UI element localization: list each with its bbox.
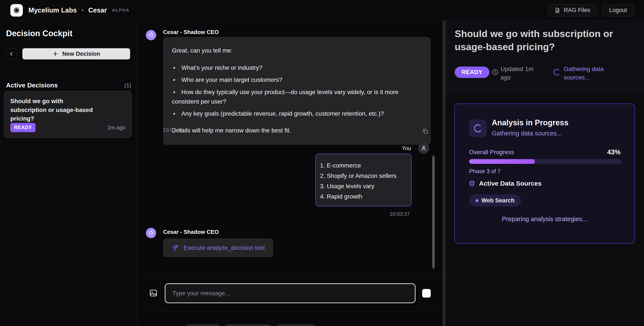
user-avatar bbox=[418, 142, 429, 154]
user-message-timestamp: 10:03:37 bbox=[390, 211, 410, 217]
data-sources-bar: Data Sources: Web Database bbox=[137, 312, 442, 326]
progress-bar-fill bbox=[469, 159, 535, 164]
bot-bullet-item: •What’s your niche or industry? bbox=[172, 63, 422, 72]
sparkles-icon bbox=[172, 244, 179, 252]
source-active-dot bbox=[476, 199, 478, 202]
overall-progress-label: Overall Progress bbox=[469, 149, 514, 156]
logout-label: Logout bbox=[609, 7, 627, 14]
decision-item-title: Should we go with subscription or usage-… bbox=[10, 97, 101, 123]
analysis-card-subtitle: Gathering data sources... bbox=[492, 130, 562, 137]
user-list-item: Rapid growth bbox=[320, 192, 409, 202]
analysis-spinner-tile bbox=[469, 120, 487, 137]
active-data-sources-title: Active Data Sources bbox=[479, 180, 542, 187]
progress-bar-track bbox=[469, 159, 622, 164]
rag-files-label: RAG Files bbox=[564, 7, 590, 14]
clock-icon bbox=[492, 68, 499, 76]
active-decisions-count: (1) bbox=[124, 82, 131, 89]
user-message-bubble: E-commerce Shopify or Amazon sellers Usa… bbox=[315, 154, 412, 206]
data-source-profile-button[interactable]: Profile bbox=[276, 324, 315, 326]
status-badge: READY bbox=[10, 123, 36, 132]
tool-chip-label: Execute analyze_decision tool bbox=[184, 244, 265, 251]
user-list-item: Shopify or Amazon sellers bbox=[320, 171, 409, 181]
tool-execution-chip[interactable]: Execute analyze_decision tool bbox=[163, 238, 273, 257]
bot-bullet-text: How do they typically use your product—d… bbox=[172, 89, 398, 105]
spinner-arc-icon bbox=[473, 124, 483, 133]
activity-spinner-icon bbox=[553, 68, 561, 76]
chat-panel: Cesar - Shadow CEO Great, can you tell m… bbox=[137, 21, 442, 326]
user-list-item: E-commerce bbox=[320, 160, 409, 171]
status-badge: READY bbox=[455, 66, 489, 78]
top-bar: Mycelium Labs Cesar ALPHA RAG Files Logo… bbox=[0, 0, 644, 21]
chat-scrollbar-thumb[interactable] bbox=[432, 156, 435, 268]
bot-bullet-item: •How do they typically use your product—… bbox=[172, 88, 422, 106]
brand-separator-dot bbox=[82, 9, 84, 11]
decision-sidebar: Decision Cockpit New Decision Active Dec… bbox=[0, 21, 137, 326]
bot-message-outro: Details will help me narrow down the bes… bbox=[172, 126, 422, 135]
decision-title: Should we go with subscription or usage-… bbox=[455, 27, 636, 54]
analysis-card-title: Analysis in Progress bbox=[492, 118, 568, 127]
plus-icon bbox=[52, 51, 58, 57]
bot-bullet-text: What’s your niche or industry? bbox=[181, 64, 262, 71]
bot-message-sender: Cesar - Shadow CEO bbox=[163, 29, 219, 36]
mycelium-logo bbox=[10, 4, 23, 16]
person-icon bbox=[420, 145, 427, 151]
new-decision-button[interactable]: New Decision bbox=[22, 48, 130, 60]
robot-icon bbox=[148, 230, 154, 236]
active-decisions-header: Active Decisions (1) bbox=[6, 82, 131, 89]
bot-bullet-text: Any key goals (predictable revenue, rapi… bbox=[181, 110, 384, 117]
active-decisions-title: Active Decisions bbox=[6, 82, 58, 89]
alpha-badge: ALPHA bbox=[112, 8, 130, 13]
starburst-icon bbox=[12, 6, 21, 15]
analysis-footer-status: Preparing analysis strategies... bbox=[455, 216, 634, 223]
chevron-left-icon bbox=[8, 51, 14, 57]
user-list-item: Usage levels vary bbox=[320, 181, 409, 192]
database-icon bbox=[468, 180, 475, 187]
data-source-web-button[interactable]: Web bbox=[186, 324, 220, 326]
collapse-sidebar-button[interactable] bbox=[6, 48, 17, 60]
analysis-progress-card: Analysis in Progress Gathering data sour… bbox=[454, 104, 635, 244]
bot-avatar bbox=[146, 228, 156, 238]
decision-item-footer: READY 1m ago bbox=[10, 123, 125, 132]
logout-button[interactable]: Logout bbox=[602, 4, 634, 16]
bullet-marker: • bbox=[172, 88, 181, 97]
message-input-zone bbox=[137, 278, 442, 312]
bot-message-timestamp: 10:02:46 bbox=[163, 127, 183, 133]
panel-divider[interactable] bbox=[442, 21, 446, 326]
copy-icon bbox=[422, 128, 428, 134]
bot-message-intro: Great, can you tell me: bbox=[172, 46, 422, 55]
user-message-list: E-commerce Shopify or Amazon sellers Usa… bbox=[320, 160, 409, 202]
bot-bullet-item: •Any key goals (predictable revenue, rap… bbox=[172, 109, 422, 118]
activity-status-text: Gathering data sources... bbox=[564, 65, 615, 82]
data-source-database-button[interactable]: Database bbox=[225, 324, 271, 326]
robot-icon bbox=[148, 32, 154, 38]
active-data-sources-header: Active Data Sources bbox=[468, 180, 542, 187]
sidebar-title: Decision Cockpit bbox=[6, 29, 72, 38]
stop-generation-button[interactable] bbox=[422, 289, 431, 298]
bot-message-bubble: Great, can you tell me: •What’s your nic… bbox=[163, 37, 430, 145]
top-bar-actions: RAG Files Logout bbox=[548, 4, 634, 16]
new-decision-label: New Decision bbox=[62, 50, 100, 57]
decision-detail-header: Should we go with subscription or usage-… bbox=[446, 21, 644, 93]
sidebar-divider bbox=[0, 74, 137, 74]
app-window: Mycelium Labs Cesar ALPHA RAG Files Logo… bbox=[0, 0, 644, 326]
bot-avatar bbox=[146, 30, 156, 40]
attach-image-button[interactable] bbox=[148, 288, 158, 298]
web-search-source-tag: Web Search bbox=[469, 194, 521, 206]
phase-indicator: Phase 3 of 7 bbox=[469, 168, 500, 175]
decision-detail-panel: Should we go with subscription or usage-… bbox=[446, 21, 644, 326]
overall-progress-row: Overall Progress 43% bbox=[469, 148, 620, 156]
bullet-marker: • bbox=[172, 63, 181, 72]
source-tag-label: Web Search bbox=[482, 197, 514, 204]
user-message-header: You bbox=[402, 142, 429, 154]
updated-timestamp: Updated 1m ago bbox=[500, 65, 538, 82]
image-icon bbox=[148, 288, 158, 298]
bullet-marker: • bbox=[172, 109, 181, 118]
bot-bullet-item: •Who are your main target customers? bbox=[172, 75, 422, 84]
decision-list-item[interactable]: Should we go with subscription or usage-… bbox=[4, 91, 132, 138]
copy-message-button[interactable] bbox=[422, 128, 429, 135]
rag-files-button[interactable]: RAG Files bbox=[548, 4, 597, 16]
message-input[interactable] bbox=[165, 283, 416, 303]
decision-item-time: 1m ago bbox=[108, 124, 125, 131]
bullet-marker: • bbox=[172, 75, 181, 84]
agent-name: Cesar bbox=[88, 6, 107, 14]
